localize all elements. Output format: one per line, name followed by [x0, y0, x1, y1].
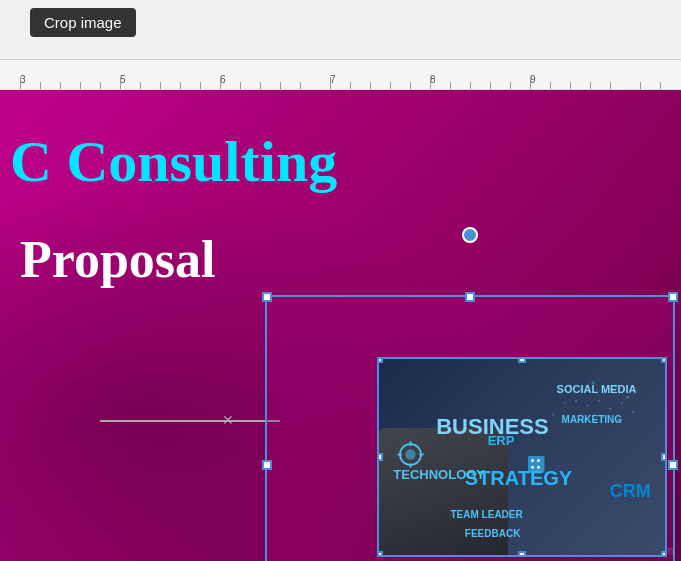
svg-point-30 — [537, 459, 540, 462]
biz-label-feedback: Feedback — [465, 528, 521, 539]
biz-label-social: Social Media — [557, 383, 637, 395]
inner-resize-handle-br[interactable] — [661, 551, 667, 557]
strategy-cube — [522, 447, 552, 477]
biz-label-crm: CRM — [610, 481, 651, 502]
biz-label-marketing: Marketing — [562, 414, 623, 425]
biz-label-erp: ERP — [488, 433, 515, 448]
image-crop-container[interactable]: BUSINESS STRATEGY TECHNOLOGY ERP CRM Soc… — [265, 295, 675, 561]
svg-point-29 — [531, 459, 534, 462]
inner-resize-handle-ml[interactable] — [377, 453, 383, 461]
resize-handle-mr[interactable] — [668, 460, 678, 470]
inner-resize-handle-tm[interactable] — [518, 357, 526, 363]
ruler: 3 5 6 7 8 9 — [0, 60, 681, 90]
decorative-line — [100, 420, 280, 422]
resize-handle-tm[interactable] — [465, 292, 475, 302]
main-content: C Consulting Proposal ✕ wsxdn.com — [0, 90, 681, 561]
tech-icon — [393, 437, 428, 472]
svg-point-12 — [621, 402, 623, 404]
svg-point-9 — [587, 404, 589, 406]
crop-tooltip: Crop image — [30, 8, 136, 37]
inner-resize-handle-mr[interactable] — [661, 453, 667, 461]
svg-point-7 — [564, 402, 566, 404]
svg-point-13 — [552, 413, 554, 415]
inner-resize-handle-tr[interactable] — [661, 357, 667, 363]
svg-rect-28 — [528, 456, 545, 473]
biz-label-team-leader: Team Leader — [451, 509, 523, 520]
inner-resize-handle-tl[interactable] — [377, 357, 383, 363]
svg-point-23 — [406, 450, 417, 461]
svg-point-11 — [610, 408, 612, 410]
svg-point-10 — [598, 400, 600, 402]
inner-resize-handle-bm[interactable] — [518, 551, 526, 557]
svg-point-8 — [575, 400, 577, 402]
inner-resize-handle-bl[interactable] — [377, 551, 383, 557]
main-heading: C Consulting — [10, 130, 337, 194]
decorative-x: ✕ — [222, 412, 234, 428]
business-graphic: BUSINESS STRATEGY TECHNOLOGY ERP CRM Soc… — [379, 359, 665, 555]
rotation-handle[interactable] — [462, 227, 478, 243]
svg-point-18 — [632, 411, 634, 413]
inner-image[interactable]: BUSINESS STRATEGY TECHNOLOGY ERP CRM Soc… — [377, 357, 667, 557]
svg-point-31 — [531, 466, 534, 469]
resize-handle-tr[interactable] — [668, 292, 678, 302]
main-subheading: Proposal — [20, 230, 216, 289]
resize-handle-tl[interactable] — [262, 292, 272, 302]
resize-handle-ml[interactable] — [262, 460, 272, 470]
world-map-graphic — [536, 369, 650, 438]
svg-point-32 — [537, 466, 540, 469]
